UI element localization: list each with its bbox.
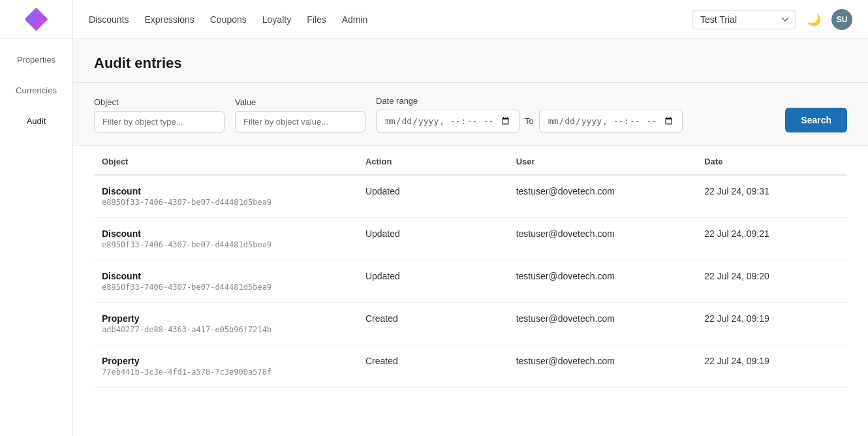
date-text: 22 Jul 24, 09:20 bbox=[704, 271, 769, 281]
col-header-action: Action bbox=[358, 146, 508, 175]
nav-files[interactable]: Files bbox=[307, 12, 326, 27]
date-text: 22 Jul 24, 09:31 bbox=[704, 186, 769, 196]
action-text: Updated bbox=[365, 271, 400, 281]
filters-area: Object Value Date range To Search bbox=[73, 83, 868, 146]
sidebar: Properties Currencies Audit bbox=[0, 0, 73, 436]
object-id: e8950f33-7406-4307-be07-d44481d5bea9 bbox=[102, 283, 350, 292]
sidebar-item-properties[interactable]: Properties bbox=[0, 44, 72, 75]
object-type: Discount bbox=[102, 228, 350, 239]
page-title: Audit entries bbox=[94, 55, 847, 72]
nav-links: Discounts Expressions Coupons Loyalty Fi… bbox=[89, 12, 671, 27]
sidebar-nav: Properties Currencies Audit bbox=[0, 39, 72, 136]
user-text: testuser@dovetech.com bbox=[516, 356, 615, 366]
workspace-selector[interactable]: Test Trial bbox=[692, 10, 796, 29]
table-row: Discount e8950f33-7406-4307-be07-d44481d… bbox=[94, 218, 847, 260]
value-filter-group: Value bbox=[235, 97, 365, 132]
sidebar-item-audit[interactable]: Audit bbox=[0, 106, 72, 136]
value-filter-input[interactable] bbox=[235, 111, 365, 132]
nav-expressions[interactable]: Expressions bbox=[144, 12, 194, 27]
user-text: testuser@dovetech.com bbox=[516, 271, 615, 281]
table-row: Property adb40277-de88-4363-a417-e05b96f… bbox=[94, 303, 847, 345]
nav-right: Test Trial 🌙 SU bbox=[692, 9, 852, 30]
user-avatar[interactable]: SU bbox=[831, 9, 852, 30]
action-text: Created bbox=[365, 313, 398, 324]
search-button[interactable]: Search bbox=[785, 108, 847, 132]
sidebar-item-currencies[interactable]: Currencies bbox=[0, 75, 72, 106]
table-header: Object Action User Date bbox=[94, 146, 847, 175]
object-id: e8950f33-7406-4307-be07-d44481d5bea9 bbox=[102, 240, 350, 249]
col-header-user: User bbox=[508, 146, 697, 175]
object-type: Property bbox=[102, 356, 350, 366]
date-range-inputs: To bbox=[376, 110, 683, 132]
table-container: Object Action User Date Discount e8950f3… bbox=[73, 146, 868, 388]
top-nav: Discounts Expressions Coupons Loyalty Fi… bbox=[73, 0, 868, 39]
action-text: Created bbox=[365, 356, 398, 366]
app-logo bbox=[0, 0, 73, 39]
nav-admin[interactable]: Admin bbox=[342, 12, 368, 27]
logo-diamond-icon bbox=[25, 8, 48, 31]
date-from-input[interactable] bbox=[376, 110, 519, 132]
object-type: Discount bbox=[102, 271, 350, 281]
table-row: Property 77eb441b-3c3e-4fd1-a578-7c3e900… bbox=[94, 345, 847, 388]
object-filter-input[interactable] bbox=[94, 111, 225, 132]
user-text: testuser@dovetech.com bbox=[516, 186, 615, 196]
object-type: Property bbox=[102, 313, 350, 324]
nav-coupons[interactable]: Coupons bbox=[210, 12, 247, 27]
table-row: Discount e8950f33-7406-4307-be07-d44481d… bbox=[94, 260, 847, 303]
date-text: 22 Jul 24, 09:19 bbox=[704, 356, 769, 366]
dark-mode-toggle[interactable]: 🌙 bbox=[804, 10, 824, 29]
object-id: e8950f33-7406-4307-be07-d44481d5bea9 bbox=[102, 198, 350, 207]
date-range-group: Date range To bbox=[376, 96, 683, 132]
date-text: 22 Jul 24, 09:19 bbox=[704, 313, 769, 324]
table-body: Discount e8950f33-7406-4307-be07-d44481d… bbox=[94, 175, 847, 388]
user-text: testuser@dovetech.com bbox=[516, 313, 615, 324]
table-row: Discount e8950f33-7406-4307-be07-d44481d… bbox=[94, 175, 847, 218]
date-range-label: Date range bbox=[376, 96, 683, 106]
date-range-to-label: To bbox=[525, 116, 534, 126]
date-text: 22 Jul 24, 09:21 bbox=[704, 228, 769, 239]
date-to-input[interactable] bbox=[539, 110, 683, 132]
action-text: Updated bbox=[365, 186, 400, 196]
page-header: Audit entries bbox=[73, 39, 868, 83]
col-header-date: Date bbox=[696, 146, 847, 175]
audit-table: Object Action User Date Discount e8950f3… bbox=[94, 146, 847, 388]
action-text: Updated bbox=[365, 228, 400, 239]
object-id: adb40277-de88-4363-a417-e05b96f7214b bbox=[102, 325, 350, 334]
nav-loyalty[interactable]: Loyalty bbox=[262, 12, 291, 27]
nav-discounts[interactable]: Discounts bbox=[89, 12, 129, 27]
object-filter-group: Object bbox=[94, 97, 225, 132]
page-content: Audit entries Object Value Date range To bbox=[73, 39, 868, 436]
col-header-object: Object bbox=[94, 146, 358, 175]
main-content: Discounts Expressions Coupons Loyalty Fi… bbox=[73, 0, 868, 436]
object-id: 77eb441b-3c3e-4fd1-a578-7c3e900a578f bbox=[102, 367, 350, 377]
object-filter-label: Object bbox=[94, 97, 225, 107]
user-text: testuser@dovetech.com bbox=[516, 228, 615, 239]
object-type: Discount bbox=[102, 186, 350, 196]
value-filter-label: Value bbox=[235, 97, 365, 107]
